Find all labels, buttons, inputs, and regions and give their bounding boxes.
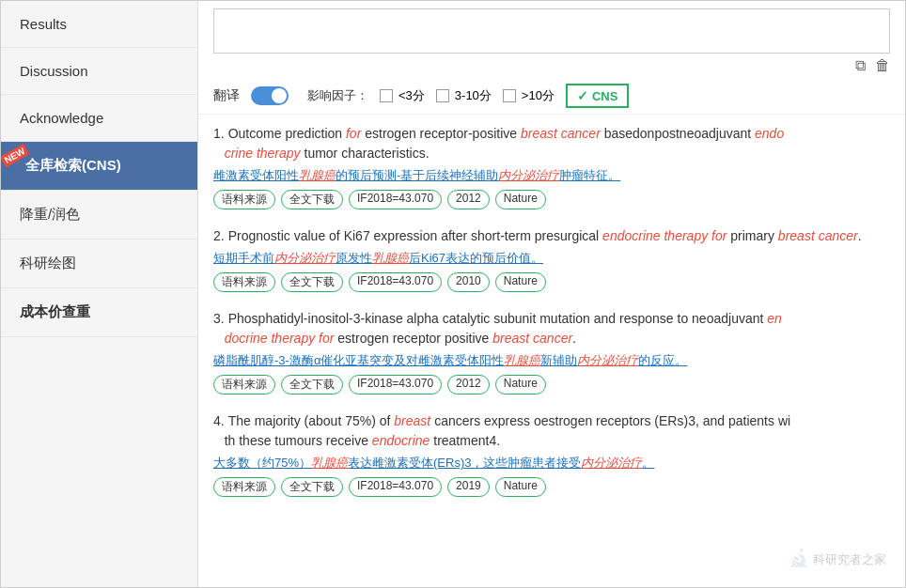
tag-source-2[interactable]: 语料来源 [213, 272, 275, 292]
translate-toggle[interactable] [251, 86, 289, 105]
result-1-title: 1.Outcome prediction for estrogen recept… [213, 124, 890, 163]
result-item-3: 3.Phosphatidyl-inositol-3-kinase alpha c… [213, 309, 890, 395]
sidebar-item-acknowledge[interactable]: Acknowledge [1, 95, 197, 142]
result-3-num: 3. [213, 311, 225, 326]
result-2-subtitle[interactable]: 短期手术前内分泌治疗原发性乳腺癌后Ki67表达的预后价值。 [213, 250, 890, 267]
filter-lt3-label: <3分 [398, 87, 425, 104]
text-area-section: ⧉ 🗑 [198, 1, 905, 78]
result-2-num: 2. [213, 228, 225, 243]
tag-journal-3[interactable]: Nature [495, 375, 546, 395]
filter-label: 影响因子： [307, 87, 368, 104]
tag-year-1[interactable]: 2012 [447, 190, 490, 209]
sidebar-item-fullsearch[interactable]: NEW 全库检索(CNS) [1, 142, 197, 191]
text-input-box[interactable] [213, 8, 890, 54]
tag-source-4[interactable]: 语料来源 [213, 477, 275, 497]
tag-year-2[interactable]: 2010 [447, 272, 490, 292]
tag-if-1[interactable]: IF2018=43.070 [349, 190, 442, 209]
cns-button[interactable]: ✓ CNS [566, 84, 629, 108]
app-container: Results Discussion Acknowledge NEW 全库检索(… [0, 0, 906, 588]
sidebar-chart-label: 科研绘图 [20, 255, 76, 271]
result-4-text: The majority (about 75%) of breast cance… [213, 413, 790, 448]
result-2-tags: 语料来源 全文下载 IF2018=43.070 2010 Nature [213, 272, 890, 292]
checkbox-3to10[interactable] [436, 89, 449, 102]
icon-row: ⧉ 🗑 [213, 54, 890, 74]
sidebar-acknowledge-label: Acknowledge [20, 110, 103, 126]
sidebar-item-highlight[interactable]: 降重/润色 [1, 191, 197, 240]
toggle-thumb [272, 88, 287, 103]
sidebar-results-label: Results [20, 16, 67, 32]
tag-if-3[interactable]: IF2018=43.070 [349, 375, 442, 395]
result-4-num: 4. [213, 413, 225, 428]
tag-fulltext-4[interactable]: 全文下载 [281, 477, 343, 497]
tag-fulltext-1[interactable]: 全文下载 [281, 190, 343, 209]
sidebar-discussion-label: Discussion [20, 63, 88, 79]
checkbox-lt3[interactable] [380, 89, 393, 102]
sidebar: Results Discussion Acknowledge NEW 全库检索(… [1, 1, 198, 587]
trash-icon[interactable]: 🗑 [875, 57, 890, 74]
sidebar-highlight-label: 降重/润色 [20, 206, 80, 222]
tag-if-2[interactable]: IF2018=43.070 [349, 272, 442, 292]
tag-journal-4[interactable]: Nature [495, 477, 546, 497]
result-item-1: 1.Outcome prediction for estrogen recept… [213, 124, 890, 209]
sidebar-cost-label: 成本价查重 [20, 303, 90, 319]
sidebar-item-cost[interactable]: 成本价查重 [1, 288, 197, 337]
filter-gt10: >10分 [503, 87, 555, 104]
result-3-subtitle[interactable]: 磷脂酰肌醇-3-激酶α催化亚基突变及对雌激素受体阳性乳腺癌新辅助内分泌治疗的反应… [213, 352, 890, 369]
result-4-subtitle[interactable]: 大多数（约75%）乳腺癌表达雌激素受体(ERs)3，这些肿瘤患者接受内分泌治疗。 [213, 455, 890, 472]
sidebar-item-results[interactable]: Results [1, 1, 197, 48]
checkbox-gt10[interactable] [503, 89, 516, 102]
filter-3to10-label: 3-10分 [455, 87, 492, 104]
translate-label: 翻译 [213, 87, 240, 104]
result-item-2: 2.Prognostic value of Ki67 expression af… [213, 226, 890, 292]
sidebar-item-chart[interactable]: 科研绘图 [1, 240, 197, 288]
tag-fulltext-3[interactable]: 全文下载 [281, 375, 343, 395]
tag-if-4[interactable]: IF2018=43.070 [349, 477, 442, 497]
result-3-title: 3.Phosphatidyl-inositol-3-kinase alpha c… [213, 309, 890, 348]
sidebar-fullsearch-label: 全库检索(CNS) [20, 157, 121, 173]
filter-bar: 翻译 影响因子： <3分 3-10分 >10分 [198, 78, 905, 115]
tag-source-1[interactable]: 语料来源 [213, 190, 275, 209]
main-content: ⧉ 🗑 翻译 影响因子： <3分 3-10分 [198, 1, 905, 587]
filter-gt10-label: >10分 [522, 87, 555, 104]
result-3-tags: 语料来源 全文下载 IF2018=43.070 2012 Nature [213, 375, 890, 395]
filter-3to10: 3-10分 [436, 87, 492, 104]
tag-journal-2[interactable]: Nature [495, 272, 546, 292]
tag-fulltext-2[interactable]: 全文下载 [281, 272, 343, 292]
result-4-title: 4.The majority (about 75%) of breast can… [213, 411, 890, 451]
sidebar-item-discussion[interactable]: Discussion [1, 48, 197, 95]
tag-source-3[interactable]: 语料来源 [213, 375, 275, 395]
filter-lt3: <3分 [380, 87, 425, 104]
result-2-text: Prognostic value of Ki67 expression afte… [228, 228, 862, 243]
result-1-tags: 语料来源 全文下载 IF2018=43.070 2012 Nature [213, 190, 890, 209]
result-1-num: 1. [213, 126, 225, 141]
tag-year-4[interactable]: 2019 [447, 477, 490, 497]
tag-journal-1[interactable]: Nature [495, 190, 546, 209]
result-1-text: Outcome prediction for estrogen receptor… [213, 126, 784, 161]
cns-checkmark-icon: ✓ [577, 88, 588, 103]
cns-label: CNS [592, 89, 617, 103]
result-3-text: Phosphatidyl-inositol-3-kinase alpha cat… [213, 311, 782, 346]
tag-year-3[interactable]: 2012 [447, 375, 490, 395]
result-item-4: 4.The majority (about 75%) of breast can… [213, 411, 890, 497]
result-1-subtitle[interactable]: 雌激素受体阳性乳腺癌的预后预测-基于后续神经辅助内分泌治疗肿瘤特征。 [213, 167, 890, 184]
toggle-track[interactable] [251, 86, 289, 105]
result-2-title: 2.Prognostic value of Ki67 expression af… [213, 226, 890, 246]
copy-icon[interactable]: ⧉ [855, 57, 866, 74]
results-area: 1.Outcome prediction for estrogen recept… [198, 115, 905, 587]
result-4-tags: 语料来源 全文下载 IF2018=43.070 2019 Nature [213, 477, 890, 497]
